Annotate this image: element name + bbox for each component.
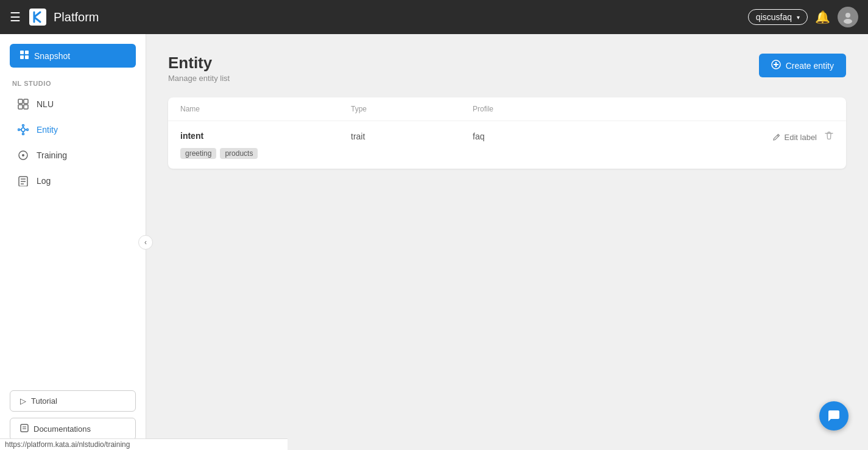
sidebar-item-training[interactable]: Training bbox=[5, 143, 141, 167]
profile-cell: faq bbox=[473, 131, 772, 142]
docs-icon bbox=[20, 424, 29, 434]
snapshot-button[interactable]: Snapshot bbox=[10, 44, 136, 68]
nlu-icon bbox=[17, 98, 29, 110]
svg-point-13 bbox=[23, 133, 24, 135]
svg-point-11 bbox=[21, 128, 25, 132]
svg-point-15 bbox=[27, 129, 29, 131]
svg-rect-6 bbox=[25, 55, 29, 59]
notification-bell-icon[interactable]: 🔔 bbox=[815, 10, 830, 24]
sidebar-item-log[interactable]: Log bbox=[5, 169, 141, 193]
avatar[interactable] bbox=[838, 7, 858, 27]
entity-type: trait bbox=[351, 132, 365, 141]
training-icon bbox=[17, 149, 29, 161]
edit-icon bbox=[772, 133, 781, 141]
svg-point-2 bbox=[844, 19, 852, 24]
tag-products: products bbox=[220, 148, 258, 159]
svg-point-12 bbox=[23, 125, 24, 127]
svg-rect-9 bbox=[18, 105, 23, 109]
docs-label: Documentations bbox=[34, 424, 91, 434]
svg-rect-5 bbox=[20, 55, 24, 59]
sidebar-collapse-button[interactable]: ‹ bbox=[138, 235, 153, 250]
edit-label-text: Edit label bbox=[785, 133, 817, 142]
topnav: ☰ Platform qiscusfaq ▾ 🔔 bbox=[0, 0, 868, 34]
statusbar: https://platform.kata.ai/nlstudio/traini… bbox=[0, 438, 288, 450]
svg-rect-0 bbox=[29, 9, 46, 26]
tutorial-button[interactable]: ▷ Tutorial bbox=[10, 390, 136, 412]
chat-fab[interactable] bbox=[819, 401, 849, 431]
tutorial-label: Tutorial bbox=[31, 396, 57, 406]
entity-label: Entity bbox=[37, 125, 58, 135]
snapshot-icon bbox=[19, 50, 29, 62]
svg-point-1 bbox=[845, 13, 850, 18]
row-actions: Edit label bbox=[772, 131, 834, 143]
col-header-type: Type bbox=[351, 105, 473, 113]
svg-rect-4 bbox=[25, 51, 29, 54]
sidebar-section-label: NL STUDIO bbox=[0, 75, 146, 90]
entity-icon bbox=[17, 124, 29, 136]
sidebar: Snapshot NL STUDIO NLU bbox=[0, 34, 146, 450]
snapshot-label: Snapshot bbox=[34, 51, 70, 61]
entity-name: intent bbox=[180, 131, 351, 141]
sidebar-item-entity[interactable]: Entity bbox=[5, 118, 141, 142]
layout: Snapshot NL STUDIO NLU bbox=[0, 34, 868, 450]
training-label: Training bbox=[37, 150, 67, 160]
table-header: Name Type Profile bbox=[168, 97, 846, 121]
status-url: https://platform.kata.ai/nlstudio/traini… bbox=[5, 440, 130, 449]
page-title-area: Entity Manage entity list bbox=[168, 54, 230, 83]
create-entity-label: Create entity bbox=[786, 61, 834, 71]
tutorial-icon: ▷ bbox=[20, 396, 26, 406]
main-content: Entity Manage entity list Create entity … bbox=[146, 34, 868, 450]
svg-rect-7 bbox=[18, 99, 23, 104]
docs-button[interactable]: Documentations bbox=[10, 418, 136, 440]
edit-label-button[interactable]: Edit label bbox=[772, 133, 817, 142]
entity-tags: greeting products bbox=[180, 148, 351, 159]
svg-rect-3 bbox=[20, 51, 24, 54]
svg-rect-8 bbox=[24, 99, 28, 104]
log-icon bbox=[17, 175, 29, 187]
page-title: Entity bbox=[168, 54, 230, 72]
svg-rect-10 bbox=[24, 105, 28, 109]
name-cell: intent greeting products bbox=[180, 131, 351, 159]
page-header: Entity Manage entity list Create entity bbox=[168, 54, 846, 83]
tag-greeting: greeting bbox=[180, 148, 216, 159]
logo bbox=[28, 7, 48, 27]
account-name: qiscusfaq bbox=[756, 12, 792, 22]
account-caret-icon: ▾ bbox=[797, 14, 800, 21]
create-entity-plus-icon bbox=[771, 60, 781, 71]
account-selector[interactable]: qiscusfaq ▾ bbox=[748, 9, 808, 25]
chat-icon bbox=[827, 409, 841, 423]
type-cell: trait bbox=[351, 131, 473, 142]
menu-icon[interactable]: ☰ bbox=[10, 10, 21, 24]
app-title: Platform bbox=[54, 10, 748, 24]
col-header-profile: Profile bbox=[473, 105, 834, 113]
create-entity-button[interactable]: Create entity bbox=[759, 54, 846, 77]
page-subtitle: Manage entity list bbox=[168, 74, 230, 83]
svg-rect-26 bbox=[21, 424, 28, 432]
sidebar-item-nlu[interactable]: NLU bbox=[5, 92, 141, 116]
svg-line-32 bbox=[777, 135, 778, 136]
svg-point-14 bbox=[18, 129, 20, 131]
sidebar-nav: NLU Entity bbox=[0, 90, 146, 195]
delete-icon bbox=[824, 131, 834, 141]
entity-table: Name Type Profile intent greeting produc… bbox=[168, 97, 846, 169]
col-header-name: Name bbox=[180, 105, 351, 113]
delete-button[interactable] bbox=[824, 131, 834, 143]
entity-profile: faq bbox=[473, 132, 484, 141]
nlu-label: NLU bbox=[37, 99, 54, 109]
svg-point-21 bbox=[22, 154, 24, 156]
topnav-right: qiscusfaq ▾ 🔔 bbox=[748, 7, 858, 27]
log-label: Log bbox=[37, 176, 51, 186]
table-row: intent greeting products trait faq bbox=[168, 121, 846, 169]
